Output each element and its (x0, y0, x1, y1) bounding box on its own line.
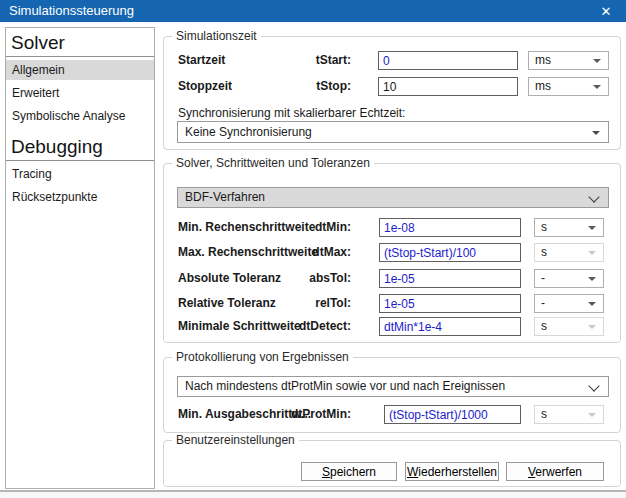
dtmin-unit-combo[interactable]: s (534, 218, 604, 237)
title-bar: Simulationssteuerung ✕ (0, 0, 626, 22)
dtmax-unit-value: s (541, 245, 547, 259)
sidebar-item-erweitert[interactable]: Erweitert (6, 83, 154, 103)
sidebar-item-ruecksetzpunkte[interactable]: Rücksetzpunkte (6, 187, 154, 207)
dropdown-arrow-icon (593, 85, 601, 89)
speichern-button[interactable]: Speichern (301, 462, 397, 481)
sync-label: Synchronisierung mit skalierbarer Echtze… (178, 106, 405, 120)
dropdown-arrow-icon (588, 251, 596, 255)
tstart-unit-value: ms (535, 53, 551, 67)
dtmax-input[interactable] (379, 243, 521, 262)
dtmin-label: Min. Rechenschrittweite (178, 220, 315, 234)
dtdetect-input[interactable] (379, 317, 521, 336)
dropdown-arrow-icon (588, 277, 596, 281)
tstart-var-label: tStart: (316, 53, 351, 67)
dtmax-var-label: dtMax: (312, 245, 351, 259)
dropdown-arrow-icon (593, 59, 601, 63)
dtprotmin-unit-value: s (541, 407, 547, 421)
reltol-unit-combo[interactable]: - (534, 294, 604, 313)
startzeit-label: Startzeit (178, 53, 225, 67)
window-title: Simulationssteuerung (9, 3, 134, 18)
tstop-unit-value: ms (535, 79, 551, 93)
reltol-label: Relative Toleranz (178, 296, 276, 310)
group-solver: Solver, Schrittweiten und Toleranzen BDF… (163, 163, 621, 343)
dtprotmin-input[interactable] (384, 405, 521, 424)
sidebar-item-tracing[interactable]: Tracing (6, 164, 154, 184)
dropdown-arrow-icon (588, 226, 596, 230)
abstol-var-label: absTol: (309, 271, 351, 285)
tstop-unit-combo[interactable]: ms (528, 77, 609, 96)
group-simulationszeit: Simulationszeit Startzeit tStart: ms Sto… (163, 36, 621, 150)
dropdown-arrow-icon (588, 302, 596, 306)
dtmin-unit-value: s (541, 220, 547, 234)
abstol-unit-combo[interactable]: - (534, 269, 604, 288)
sync-combo-value: Keine Synchronisierung (185, 125, 312, 139)
window-bottom-edge (0, 492, 626, 498)
dtmin-input[interactable] (379, 218, 521, 237)
reltol-unit-value: - (541, 296, 545, 310)
group-title-simulationszeit: Simulationszeit (172, 29, 261, 43)
dtdetect-label: Minimale Schrittweite (178, 319, 301, 333)
chevron-down-icon (588, 191, 599, 202)
dtdetect-unit-value: s (541, 319, 547, 333)
solver-method-value: BDF-Verfahren (185, 190, 265, 204)
reltol-input[interactable] (379, 294, 521, 313)
dtmax-label: Max. Rechenschrittweite (178, 245, 318, 259)
sidebar: Solver Allgemein Erweitert Symbolische A… (5, 27, 155, 489)
sidebar-item-symbolische-analyse[interactable]: Symbolische Analyse (6, 106, 154, 126)
group-title-protokollierung: Protokollierung von Ergebnissen (172, 350, 353, 364)
stoppzeit-label: Stoppzeit (178, 79, 232, 93)
group-title-solver: Solver, Schrittweiten und Toleranzen (172, 156, 374, 170)
sidebar-section-solver: Solver (6, 31, 154, 57)
dtdetect-unit-combo: s (534, 317, 604, 336)
abstol-input[interactable] (379, 269, 521, 288)
reltol-var-label: relTol: (315, 296, 351, 310)
dtprotmin-var-label: dtProtMin: (291, 407, 351, 421)
abstol-unit-value: - (541, 271, 545, 285)
tstop-var-label: tStop: (316, 79, 351, 93)
tstop-input[interactable] (378, 77, 518, 96)
simulation-control-dialog: Simulationssteuerung ✕ Solver Allgemein … (0, 0, 626, 498)
verwerfen-button[interactable]: Verwerfen (506, 462, 604, 481)
tstart-input[interactable] (378, 51, 518, 70)
dropdown-arrow-icon (592, 131, 600, 135)
dtmin-var-label: dtMin: (315, 220, 351, 234)
group-title-benutzereinstellungen: Benutzereinstellungen (172, 433, 299, 447)
dtprotmin-unit-combo: s (534, 405, 604, 424)
group-benutzereinstellungen: Benutzereinstellungen Speichern Wiederhe… (163, 440, 621, 487)
abstol-label: Absolute Toleranz (178, 271, 281, 285)
chevron-down-icon (588, 380, 599, 391)
solver-method-combo[interactable]: BDF-Verfahren (177, 187, 609, 208)
sync-combo[interactable]: Keine Synchronisierung (177, 121, 609, 143)
dropdown-arrow-icon (588, 413, 596, 417)
dtdetect-var-label: dtDetect: (299, 319, 351, 333)
group-protokollierung: Protokollierung von Ergebnissen Nach min… (163, 357, 621, 433)
sidebar-item-allgemein[interactable]: Allgemein (6, 60, 154, 80)
logging-mode-combo[interactable]: Nach mindestens dtProtMin sowie vor und … (177, 376, 609, 397)
wiederherstellen-button[interactable]: Wiederherstellen (405, 462, 499, 481)
sidebar-section-debugging: Debugging (6, 135, 154, 161)
tstart-unit-combo[interactable]: ms (528, 51, 609, 70)
dropdown-arrow-icon (588, 325, 596, 329)
close-icon[interactable]: ✕ (586, 0, 626, 22)
logging-mode-value: Nach mindestens dtProtMin sowie vor und … (185, 379, 505, 393)
dtmax-unit-combo: s (534, 243, 604, 262)
